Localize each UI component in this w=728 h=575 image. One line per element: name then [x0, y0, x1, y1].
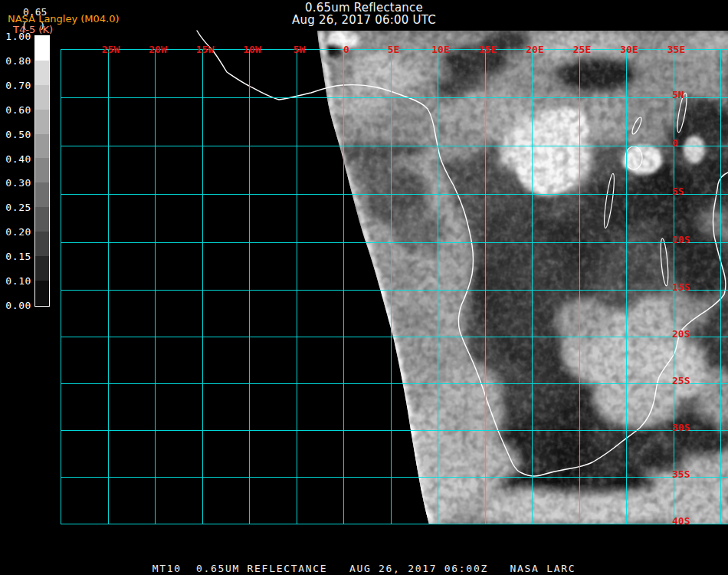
latitude-label: 0 — [672, 138, 678, 148]
grid-meridian — [202, 49, 203, 524]
colorbar-segment — [35, 134, 49, 159]
longitude-label: 25W — [102, 44, 120, 54]
colorbar-tick-label: 0.00 — [0, 300, 31, 311]
longitude-label: 10W — [243, 44, 261, 54]
longitude-label: 5E — [388, 44, 400, 54]
grid-meridian — [155, 49, 156, 524]
latitude-label: 35S — [672, 469, 690, 479]
title-block: 0.65um Reflectance Aug 26, 2017 06:00 UT… — [0, 2, 728, 26]
colorbar-segment — [35, 232, 49, 256]
colorbar-tick-label: 0.50 — [0, 129, 31, 140]
latitude-label: 15S — [672, 282, 690, 292]
latitude-label: 40S — [672, 516, 690, 526]
grid-meridian — [485, 49, 486, 524]
colorbar-tick-label: 0.20 — [0, 226, 31, 238]
longitude-label: 0 — [343, 44, 349, 54]
grid-parallel — [61, 194, 728, 195]
latitude-label: 5S — [672, 186, 684, 196]
colorbar-segment — [35, 158, 49, 182]
colorbar-segment — [35, 281, 49, 305]
grid-parallel — [61, 430, 728, 431]
grid-meridian — [61, 49, 61, 524]
satellite-imagery — [0, 0, 728, 575]
latitude-label: 10S — [672, 235, 690, 245]
page-title: 0.65um Reflectance — [0, 2, 728, 14]
grid-meridian — [297, 49, 297, 524]
colorbar-segment — [35, 36, 49, 61]
grid-meridian — [108, 49, 109, 524]
satellite-product-view: 25W20W15W10W5W05E10E15E20E25E30E35E5N05S… — [0, 0, 728, 575]
page-subtitle: Aug 26, 2017 06:00 UTC — [0, 14, 728, 26]
grid-parallel — [61, 242, 728, 243]
grid-meridian — [391, 49, 392, 524]
grid-parallel — [61, 146, 728, 146]
latitude-label: 5N — [672, 90, 684, 100]
longitude-label: 15E — [479, 44, 497, 54]
longitude-label: 15W — [196, 44, 214, 54]
colorbar-segment — [35, 207, 49, 232]
colorbar-tick-label: 0.70 — [0, 80, 31, 91]
grid-parallel — [61, 97, 728, 98]
longitude-label: 10E — [431, 44, 449, 54]
grid-meridian — [438, 49, 438, 524]
grid-meridian — [720, 49, 721, 524]
grid-parallel — [61, 524, 728, 524]
longitude-label: 35E — [667, 44, 685, 54]
latitude-label: 20S — [672, 329, 690, 339]
grid-meridian — [626, 49, 627, 524]
colorbar-segment — [35, 85, 49, 110]
colorbar-tick-label: 0.30 — [0, 177, 31, 189]
colorbar-segment — [35, 110, 49, 134]
grid-meridian — [579, 49, 580, 524]
colorbar-segment — [35, 256, 49, 281]
longitude-label: 30E — [620, 44, 638, 54]
colorbar-tick-label: 0.80 — [0, 55, 31, 67]
latitude-label: 30S — [672, 422, 690, 432]
latitude-label: 25S — [672, 376, 690, 386]
grid-meridian — [249, 49, 250, 524]
longitude-label: 25E — [573, 44, 591, 54]
colorbar-segment — [35, 182, 49, 207]
colorbar-tick-label: 0.25 — [0, 202, 31, 213]
longitude-label: 20W — [149, 44, 166, 54]
colorbar-tick-label: 0.15 — [0, 251, 31, 262]
grid-parallel — [61, 383, 728, 384]
grid-meridian — [532, 49, 533, 524]
colorbar-segment — [35, 61, 49, 85]
longitude-label: 20E — [526, 44, 543, 54]
grid-parallel — [61, 477, 728, 478]
colorbar-tick-label: 0.40 — [0, 153, 31, 165]
grid-meridian — [343, 49, 344, 524]
grid-parallel — [61, 290, 728, 291]
colorbar-tick-label: 0.10 — [0, 275, 31, 287]
colorbar-tick-label: 0.60 — [0, 104, 31, 116]
footer-caption: MT10 0.65UM REFLECTANCE AUG 26, 2017 06:… — [0, 563, 728, 574]
grid-parallel — [61, 337, 728, 337]
longitude-label: 5W — [293, 44, 306, 54]
